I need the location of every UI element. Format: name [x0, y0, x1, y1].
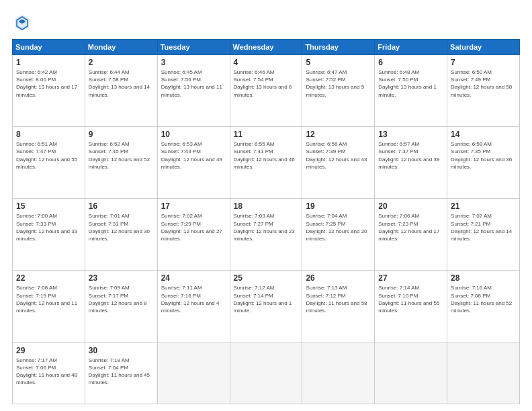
calendar-day-cell: 9Sunrise: 6:52 AMSunset: 7:45 PMDaylight…	[85, 127, 157, 199]
header	[12, 12, 520, 32]
calendar-day-cell: 21Sunrise: 7:07 AMSunset: 7:21 PMDayligh…	[447, 199, 520, 271]
calendar-day-cell: 24Sunrise: 7:11 AMSunset: 7:16 PMDayligh…	[157, 271, 230, 342]
day-number: 23	[89, 273, 154, 283]
calendar-day-cell: 17Sunrise: 7:02 AMSunset: 7:29 PMDayligh…	[157, 199, 230, 271]
weekday-header: Sunday	[13, 40, 85, 55]
weekday-header: Wednesday	[230, 40, 302, 55]
day-info: Sunrise: 7:08 AMSunset: 7:19 PMDaylight:…	[16, 284, 81, 314]
day-info: Sunrise: 7:14 AMSunset: 7:10 PMDaylight:…	[378, 284, 443, 314]
day-info: Sunrise: 6:46 AMSunset: 7:54 PMDaylight:…	[234, 68, 299, 99]
calendar-week-row: 1Sunrise: 6:42 AMSunset: 8:00 PMDaylight…	[13, 55, 520, 127]
day-info: Sunrise: 7:12 AMSunset: 7:14 PMDaylight:…	[234, 284, 299, 314]
day-number: 8	[16, 130, 81, 139]
day-info: Sunrise: 6:45 AMSunset: 7:56 PMDaylight:…	[161, 68, 226, 99]
day-number: 29	[16, 346, 81, 355]
calendar-day-cell: 27Sunrise: 7:14 AMSunset: 7:10 PMDayligh…	[375, 271, 447, 342]
day-number: 21	[451, 201, 516, 211]
day-info: Sunrise: 7:00 AMSunset: 7:33 PMDaylight:…	[16, 212, 81, 242]
calendar-week-row: 15Sunrise: 7:00 AMSunset: 7:33 PMDayligh…	[13, 199, 520, 271]
calendar-day-cell: 18Sunrise: 7:03 AMSunset: 7:27 PMDayligh…	[230, 199, 302, 271]
day-number: 22	[16, 273, 81, 283]
day-info: Sunrise: 6:55 AMSunset: 7:41 PMDaylight:…	[234, 140, 299, 171]
calendar-day-cell: 1Sunrise: 6:42 AMSunset: 8:00 PMDaylight…	[13, 55, 85, 127]
day-info: Sunrise: 6:58 AMSunset: 7:35 PMDaylight:…	[451, 140, 516, 171]
day-number: 6	[378, 58, 443, 67]
calendar-day-cell: 6Sunrise: 6:48 AMSunset: 7:50 PMDaylight…	[375, 55, 447, 127]
calendar-day-cell: 26Sunrise: 7:13 AMSunset: 7:12 PMDayligh…	[302, 271, 375, 342]
day-info: Sunrise: 6:56 AMSunset: 7:39 PMDaylight:…	[306, 140, 371, 171]
calendar-day-cell: 10Sunrise: 6:53 AMSunset: 7:43 PMDayligh…	[157, 127, 230, 199]
day-number: 13	[378, 130, 443, 139]
calendar-day-cell: 29Sunrise: 7:17 AMSunset: 7:06 PMDayligh…	[13, 342, 85, 404]
day-number: 19	[306, 201, 371, 211]
day-info: Sunrise: 7:03 AMSunset: 7:27 PMDaylight:…	[234, 212, 299, 242]
calendar-day-cell: 14Sunrise: 6:58 AMSunset: 7:35 PMDayligh…	[447, 127, 520, 199]
day-number: 4	[234, 58, 299, 67]
calendar-day-cell: 30Sunrise: 7:18 AMSunset: 7:04 PMDayligh…	[85, 342, 157, 404]
calendar-day-cell: 23Sunrise: 7:09 AMSunset: 7:17 PMDayligh…	[85, 271, 157, 342]
day-info: Sunrise: 6:57 AMSunset: 7:37 PMDaylight:…	[378, 140, 443, 171]
day-number: 27	[378, 273, 443, 283]
day-info: Sunrise: 6:52 AMSunset: 7:45 PMDaylight:…	[89, 140, 154, 171]
day-number: 26	[306, 273, 371, 283]
day-info: Sunrise: 7:07 AMSunset: 7:21 PMDaylight:…	[451, 212, 516, 242]
day-number: 17	[161, 201, 226, 211]
day-number: 20	[378, 201, 443, 211]
day-number: 11	[234, 130, 299, 139]
weekday-header: Saturday	[447, 40, 520, 55]
day-number: 9	[89, 130, 154, 139]
calendar-day-cell: 12Sunrise: 6:56 AMSunset: 7:39 PMDayligh…	[302, 127, 375, 199]
weekday-header: Friday	[375, 40, 447, 55]
calendar-day-cell: 28Sunrise: 7:16 AMSunset: 7:08 PMDayligh…	[447, 271, 520, 342]
calendar-day-cell	[375, 342, 447, 404]
weekday-header: Thursday	[302, 40, 375, 55]
day-number: 12	[306, 130, 371, 139]
day-number: 16	[89, 201, 154, 211]
logo-icon	[12, 12, 32, 32]
day-info: Sunrise: 7:01 AMSunset: 7:31 PMDaylight:…	[89, 212, 154, 242]
calendar-day-cell: 15Sunrise: 7:00 AMSunset: 7:33 PMDayligh…	[13, 199, 85, 271]
calendar-day-cell	[230, 342, 302, 404]
day-info: Sunrise: 6:44 AMSunset: 7:58 PMDaylight:…	[89, 68, 154, 99]
day-info: Sunrise: 6:50 AMSunset: 7:49 PMDaylight:…	[451, 68, 516, 99]
day-number: 3	[161, 58, 226, 67]
calendar-table: SundayMondayTuesdayWednesdayThursdayFrid…	[12, 39, 520, 404]
calendar-day-cell	[447, 342, 520, 404]
calendar-day-cell: 19Sunrise: 7:04 AMSunset: 7:25 PMDayligh…	[302, 199, 375, 271]
day-info: Sunrise: 7:18 AMSunset: 7:04 PMDaylight:…	[89, 357, 154, 387]
calendar-day-cell	[157, 342, 230, 404]
day-info: Sunrise: 7:13 AMSunset: 7:12 PMDaylight:…	[306, 284, 371, 314]
day-number: 5	[306, 58, 371, 67]
weekday-header-row: SundayMondayTuesdayWednesdayThursdayFrid…	[13, 40, 520, 55]
weekday-header: Tuesday	[157, 40, 230, 55]
calendar-day-cell: 3Sunrise: 6:45 AMSunset: 7:56 PMDaylight…	[157, 55, 230, 127]
day-number: 14	[451, 130, 516, 139]
day-info: Sunrise: 7:16 AMSunset: 7:08 PMDaylight:…	[451, 284, 516, 314]
calendar-day-cell: 16Sunrise: 7:01 AMSunset: 7:31 PMDayligh…	[85, 199, 157, 271]
calendar-day-cell: 8Sunrise: 6:51 AMSunset: 7:47 PMDaylight…	[13, 127, 85, 199]
day-info: Sunrise: 7:09 AMSunset: 7:17 PMDaylight:…	[89, 284, 154, 314]
calendar-day-cell: 20Sunrise: 7:06 AMSunset: 7:23 PMDayligh…	[375, 199, 447, 271]
day-number: 25	[234, 273, 299, 283]
day-number: 24	[161, 273, 226, 283]
page: SundayMondayTuesdayWednesdayThursdayFrid…	[0, 0, 532, 411]
calendar-day-cell: 25Sunrise: 7:12 AMSunset: 7:14 PMDayligh…	[230, 271, 302, 342]
day-info: Sunrise: 6:48 AMSunset: 7:50 PMDaylight:…	[378, 68, 443, 99]
day-number: 30	[89, 346, 154, 355]
calendar-day-cell: 5Sunrise: 6:47 AMSunset: 7:52 PMDaylight…	[302, 55, 375, 127]
logo	[12, 12, 35, 32]
day-info: Sunrise: 7:02 AMSunset: 7:29 PMDaylight:…	[161, 212, 226, 242]
day-number: 10	[161, 130, 226, 139]
day-info: Sunrise: 7:04 AMSunset: 7:25 PMDaylight:…	[306, 212, 371, 242]
day-number: 15	[16, 201, 81, 211]
calendar-week-row: 29Sunrise: 7:17 AMSunset: 7:06 PMDayligh…	[13, 342, 520, 404]
day-info: Sunrise: 6:42 AMSunset: 8:00 PMDaylight:…	[16, 68, 81, 99]
calendar-day-cell: 4Sunrise: 6:46 AMSunset: 7:54 PMDaylight…	[230, 55, 302, 127]
calendar-day-cell: 11Sunrise: 6:55 AMSunset: 7:41 PMDayligh…	[230, 127, 302, 199]
calendar-day-cell: 2Sunrise: 6:44 AMSunset: 7:58 PMDaylight…	[85, 55, 157, 127]
day-info: Sunrise: 6:47 AMSunset: 7:52 PMDaylight:…	[306, 68, 371, 99]
day-info: Sunrise: 6:53 AMSunset: 7:43 PMDaylight:…	[161, 140, 226, 171]
day-number: 18	[234, 201, 299, 211]
day-number: 2	[89, 58, 154, 67]
day-number: 28	[451, 273, 516, 283]
